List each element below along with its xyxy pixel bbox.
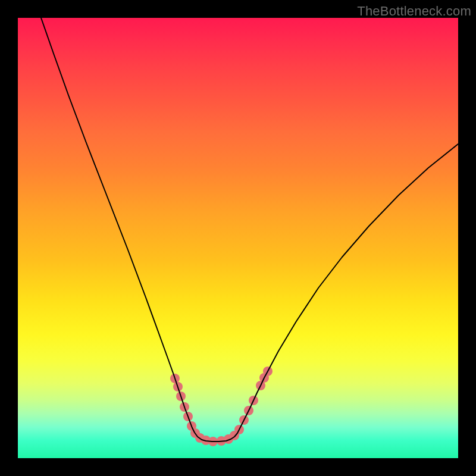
bottleneck-curve	[41, 18, 458, 441]
watermark-text: TheBottleneck.com	[357, 4, 471, 19]
image-frame: TheBottleneck.com	[0, 0, 476, 476]
marker-group	[170, 367, 273, 446]
curve-overlay	[18, 18, 458, 458]
